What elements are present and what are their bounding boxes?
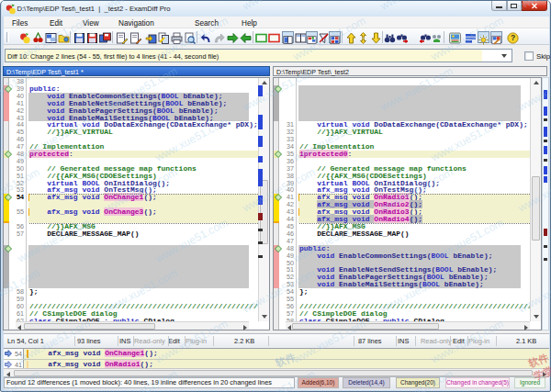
svg-text:?: ? bbox=[510, 33, 514, 42]
